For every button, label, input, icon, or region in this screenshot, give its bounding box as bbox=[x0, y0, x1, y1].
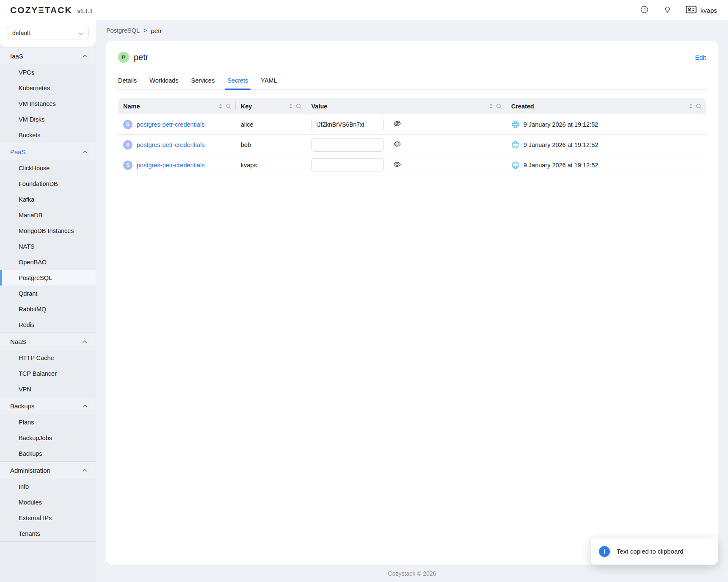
sidebar-section-label: PaaS bbox=[10, 148, 26, 155]
sidebar-section-backups[interactable]: Backups bbox=[0, 397, 96, 414]
sidebar-item-qdrant[interactable]: Qdrant bbox=[0, 285, 96, 301]
search-icon[interactable] bbox=[226, 103, 232, 109]
secret-value-input[interactable] bbox=[311, 138, 384, 152]
sidebar-item-backupjobs[interactable]: BackupJobs bbox=[0, 430, 96, 446]
secret-name-link[interactable]: postgres-petr-credentials bbox=[137, 162, 204, 169]
sidebar-item-label: TCP Balancer bbox=[19, 370, 57, 377]
sidebar-item-label: Redis bbox=[19, 321, 34, 328]
resource-avatar: P bbox=[118, 52, 129, 63]
sidebar-item-openbao[interactable]: OpenBAO bbox=[0, 254, 96, 270]
search-icon[interactable] bbox=[696, 103, 702, 109]
secret-avatar: S bbox=[123, 120, 132, 129]
table-row: Spostgres-petr-credentialskvaps9 January… bbox=[118, 155, 706, 175]
breadcrumb-current: petr bbox=[151, 27, 162, 34]
sidebar-section-administration[interactable]: Administration bbox=[0, 462, 96, 479]
sidebar-item-buckets[interactable]: Buckets bbox=[0, 127, 96, 143]
sidebar: default IaaSVPCsKubernetesVM InstancesVM… bbox=[0, 20, 96, 582]
sidebar-item-label: VPN bbox=[19, 386, 31, 393]
tenant-select-value: default bbox=[12, 30, 30, 36]
sidebar-item-info[interactable]: Info bbox=[0, 479, 96, 494]
sidebar-item-nats[interactable]: NATS bbox=[0, 238, 96, 254]
secret-value-input[interactable] bbox=[311, 158, 384, 172]
sidebar-item-redis[interactable]: Redis bbox=[0, 317, 96, 333]
globe-icon bbox=[511, 161, 520, 169]
secret-name-link[interactable]: postgres-petr-credentials bbox=[137, 141, 204, 148]
secret-key: kvaps bbox=[241, 162, 257, 169]
sidebar-item-vm-instances[interactable]: VM Instances bbox=[0, 96, 96, 111]
table-header: NameKeyValueCreated bbox=[118, 98, 706, 114]
sidebar-item-label: Info bbox=[19, 483, 29, 490]
card-header: P petr Edit bbox=[118, 52, 706, 63]
sidebar-section-naas[interactable]: NaaS bbox=[0, 333, 96, 350]
sidebar-group-paas: PaaSClickHouseFoundationDBKafkaMariaDBMo… bbox=[0, 143, 96, 333]
eye-icon bbox=[393, 160, 401, 170]
tab-services[interactable]: Services bbox=[191, 73, 215, 89]
tabs: DetailsWorkloadsServicesSecretsYAML bbox=[118, 73, 706, 90]
sidebar-item-mariadb[interactable]: MariaDB bbox=[0, 207, 96, 223]
sidebar-item-label: Buckets bbox=[19, 132, 41, 139]
tenant-select[interactable]: default bbox=[7, 27, 89, 39]
breadcrumb-parent-link[interactable]: PostgreSQL bbox=[106, 27, 140, 34]
resource-card: P petr Edit DetailsWorkloadsServicesSecr… bbox=[106, 41, 718, 565]
table-row: Spostgres-petr-credentialsalice9 January… bbox=[118, 114, 706, 135]
tab-secrets[interactable]: Secrets bbox=[227, 73, 248, 89]
globe-icon bbox=[511, 120, 520, 129]
table-body: Spostgres-petr-credentialsalice9 January… bbox=[118, 114, 706, 175]
username: kvaps bbox=[700, 7, 717, 14]
sidebar-item-postgresql[interactable]: PostgreSQL bbox=[0, 270, 96, 285]
lightbulb-icon bbox=[664, 6, 671, 15]
column-header-key: Key bbox=[236, 98, 306, 114]
sidebar-item-external-ips[interactable]: External IPs bbox=[0, 510, 96, 526]
breadcrumb-separator: > bbox=[143, 27, 147, 34]
toggle-visibility-button[interactable] bbox=[392, 159, 403, 171]
chevron-up-icon bbox=[83, 340, 87, 343]
toggle-visibility-button[interactable] bbox=[392, 139, 403, 151]
sidebar-item-vpcs[interactable]: VPCs bbox=[0, 64, 96, 80]
sidebar-item-tcp-balancer[interactable]: TCP Balancer bbox=[0, 366, 96, 381]
edit-button[interactable]: Edit bbox=[695, 54, 706, 61]
sidebar-section-label: Administration bbox=[10, 467, 50, 474]
sidebar-item-kafka[interactable]: Kafka bbox=[0, 191, 96, 207]
sidebar-item-modules[interactable]: Modules bbox=[0, 494, 96, 510]
sidebar-item-backups[interactable]: Backups bbox=[0, 446, 96, 461]
sidebar-item-plans[interactable]: Plans bbox=[0, 414, 96, 430]
secret-value-input[interactable] bbox=[311, 118, 384, 131]
sort-icon[interactable] bbox=[289, 103, 293, 109]
sidebar-item-label: HTTP Cache bbox=[19, 355, 54, 361]
tab-yaml[interactable]: YAML bbox=[261, 73, 277, 89]
sort-icon[interactable] bbox=[489, 103, 493, 109]
sort-icon[interactable] bbox=[218, 103, 223, 109]
tenant-panel: default bbox=[0, 20, 96, 47]
secret-key: alice bbox=[241, 121, 254, 128]
sidebar-item-label: Backups bbox=[19, 450, 42, 457]
search-icon[interactable] bbox=[496, 103, 502, 109]
sidebar-item-label: ClickHouse bbox=[19, 165, 50, 172]
created-date: 9 January 2026 at 19:12:52 bbox=[524, 141, 598, 148]
sidebar-item-mongodb-instances[interactable]: MongoDB Instances bbox=[0, 223, 96, 238]
theme-toggle-button[interactable] bbox=[663, 5, 672, 16]
tab-details[interactable]: Details bbox=[118, 73, 137, 89]
tab-workloads[interactable]: Workloads bbox=[149, 73, 178, 89]
sidebar-item-rabbitmq[interactable]: RabbitMQ bbox=[0, 301, 96, 317]
breadcrumb: PostgreSQL > petr bbox=[106, 20, 718, 41]
sidebar-item-kubernetes[interactable]: Kubernetes bbox=[0, 80, 96, 96]
help-button[interactable]: ? bbox=[640, 5, 649, 16]
sidebar-item-clickhouse[interactable]: ClickHouse bbox=[0, 160, 96, 176]
sidebar-item-http-cache[interactable]: HTTP Cache bbox=[0, 350, 96, 366]
globe-icon bbox=[511, 141, 520, 149]
sidebar-item-tenants[interactable]: Tenants bbox=[0, 526, 96, 541]
sidebar-item-vpn[interactable]: VPN bbox=[0, 381, 96, 397]
sidebar-item-label: PostgreSQL bbox=[19, 274, 52, 281]
sort-icon[interactable] bbox=[689, 103, 693, 109]
app-logo[interactable]: COZYΞTACK bbox=[10, 5, 72, 15]
user-menu[interactable]: kvaps bbox=[686, 6, 717, 15]
toggle-visibility-button[interactable] bbox=[392, 118, 403, 130]
secret-name-link[interactable]: postgres-petr-credentials bbox=[137, 121, 204, 128]
sidebar-section-iaas[interactable]: IaaS bbox=[0, 47, 96, 64]
search-icon[interactable] bbox=[296, 103, 302, 109]
svg-text:?: ? bbox=[643, 7, 646, 12]
secret-avatar: S bbox=[123, 161, 132, 170]
sidebar-section-paas[interactable]: PaaS bbox=[0, 143, 96, 160]
sidebar-item-vm-disks[interactable]: VM Disks bbox=[0, 111, 96, 127]
sidebar-item-foundationdb[interactable]: FoundationDB bbox=[0, 176, 96, 191]
